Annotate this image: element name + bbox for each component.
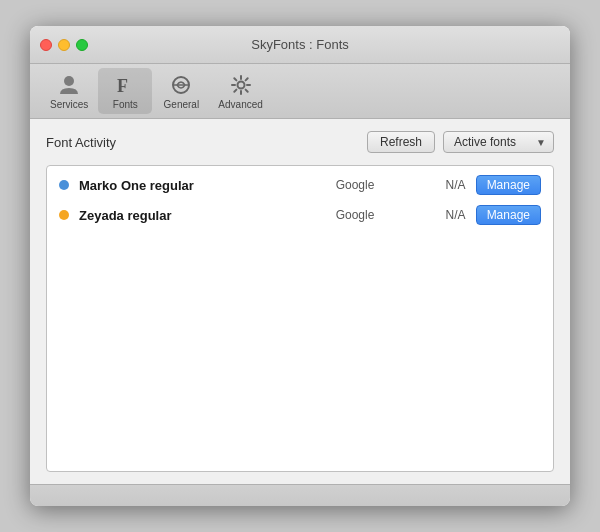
- minimize-button[interactable]: [58, 39, 70, 51]
- main-window: SkyFonts : Fonts Services F Fonts: [30, 26, 570, 506]
- window-title: SkyFonts : Fonts: [251, 37, 349, 52]
- font-source-2: Google: [336, 208, 416, 222]
- advanced-icon: [228, 72, 254, 98]
- manage-button-1[interactable]: Manage: [476, 175, 541, 195]
- general-icon: [168, 72, 194, 98]
- font-row-2: Zeyada regular Google N/A Manage: [47, 200, 553, 230]
- content-area: Font Activity Refresh Active fonts All f…: [30, 119, 570, 484]
- toolbar-item-general[interactable]: General: [154, 68, 208, 114]
- traffic-lights: [40, 39, 88, 51]
- font-size-2: N/A: [426, 208, 466, 222]
- font-name-1: Marko One regular: [79, 178, 326, 193]
- content-header: Font Activity Refresh Active fonts All f…: [46, 131, 554, 153]
- filter-select[interactable]: Active fonts All fonts Inactive fonts: [443, 131, 554, 153]
- bottom-bar: [30, 484, 570, 506]
- title-bar: SkyFonts : Fonts: [30, 26, 570, 64]
- fonts-icon: F: [112, 72, 138, 98]
- font-list: Marko One regular Google N/A Manage Zeya…: [46, 165, 554, 472]
- toolbar-item-fonts[interactable]: F Fonts: [98, 68, 152, 114]
- advanced-label: Advanced: [218, 99, 262, 110]
- font-row-1: Marko One regular Google N/A Manage: [47, 170, 553, 200]
- maximize-button[interactable]: [76, 39, 88, 51]
- font-name-2: Zeyada regular: [79, 208, 326, 223]
- svg-point-4: [237, 82, 244, 89]
- toolbar-item-advanced[interactable]: Advanced: [210, 68, 270, 114]
- refresh-button[interactable]: Refresh: [367, 131, 435, 153]
- font-source-1: Google: [336, 178, 416, 192]
- svg-text:F: F: [117, 76, 128, 96]
- svg-point-0: [64, 76, 74, 86]
- services-icon: [56, 72, 82, 98]
- fonts-label: Fonts: [113, 99, 138, 110]
- toolbar: Services F Fonts General: [30, 64, 570, 119]
- font-dot-2: [59, 210, 69, 220]
- filter-dropdown-container: Active fonts All fonts Inactive fonts ▼: [443, 131, 554, 153]
- services-label: Services: [50, 99, 88, 110]
- font-size-1: N/A: [426, 178, 466, 192]
- toolbar-item-services[interactable]: Services: [42, 68, 96, 114]
- header-controls: Refresh Active fonts All fonts Inactive …: [367, 131, 554, 153]
- font-dot-1: [59, 180, 69, 190]
- section-title: Font Activity: [46, 135, 116, 150]
- manage-button-2[interactable]: Manage: [476, 205, 541, 225]
- general-label: General: [164, 99, 200, 110]
- close-button[interactable]: [40, 39, 52, 51]
